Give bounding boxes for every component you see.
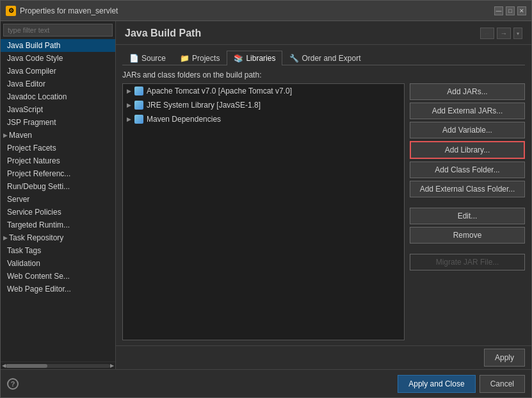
scroll-right-icon[interactable]: ▶ (110, 363, 114, 369)
tab-label: Source (141, 54, 166, 63)
properties-window: ⚙ Properties for maven_servlet — □ ✕ Jav… (0, 0, 532, 398)
sidebar-label: Run/Debug Setti... (7, 182, 70, 191)
sidebar-label: Javadoc Location (7, 92, 67, 101)
sidebar-label: JSP Fragment (7, 118, 56, 127)
nav-arrows: ← → ▾ (480, 28, 522, 39)
panel-header: Java Build Path ← → ▾ (116, 21, 531, 45)
hscroll-track[interactable] (6, 364, 110, 368)
tab-order-export[interactable]: 🔧 Order and Export (282, 51, 367, 65)
panel-title: Java Build Path (125, 28, 201, 39)
add-external-jars-button[interactable]: Add External JARs... (410, 103, 525, 119)
libraries-panel: ▶ Apache Tomcat v7.0 [Apache Tomcat v7.0… (122, 83, 405, 340)
tabs-bar: 📄 Source 📁 Projects 📚 Libraries 🔧 Order … (122, 50, 525, 65)
sidebar-item-java-editor[interactable]: Java Editor (1, 78, 115, 90)
sidebar-item-validation[interactable]: Validation (1, 257, 115, 270)
window-icon: ⚙ (6, 6, 16, 16)
titlebar: ⚙ Properties for maven_servlet — □ ✕ (1, 1, 531, 21)
sidebar-item-maven[interactable]: ▶ Maven (1, 129, 115, 142)
apply-close-button[interactable]: Apply and Close (398, 375, 475, 393)
add-external-class-folder-button[interactable]: Add External Class Folder... (410, 181, 525, 197)
lib-item-label: Maven Dependencies (147, 115, 221, 124)
lib-item-label: Apache Tomcat v7.0 [Apache Tomcat v7.0] (147, 87, 292, 95)
sidebar-label: Server (7, 195, 29, 204)
jar-icon (134, 86, 144, 96)
sidebar-item-java-compiler[interactable]: Java Compiler (1, 65, 115, 78)
sidebar-item-jsp-fragment[interactable]: JSP Fragment (1, 116, 115, 129)
sidebar: Java Build Path Java Code Style Java Com… (1, 21, 116, 369)
projects-tab-icon: 📁 (180, 54, 189, 63)
sidebar-item-service-policies[interactable]: Service Policies (1, 206, 115, 219)
maximize-button[interactable]: □ (506, 6, 515, 15)
cancel-button[interactable]: Cancel (480, 375, 525, 393)
lib-item-maven-deps[interactable]: ▶ Maven Dependencies (123, 112, 404, 126)
tab-label: Projects (192, 54, 220, 63)
libraries-tab-icon: 📚 (234, 54, 243, 63)
sidebar-list: Java Build Path Java Code Style Java Com… (1, 39, 115, 361)
apply-button[interactable]: Apply (484, 349, 525, 367)
tab-libraries[interactable]: 📚 Libraries (227, 51, 282, 65)
button-spacer (410, 246, 525, 251)
jar-badge (134, 87, 143, 95)
library-list[interactable]: ▶ Apache Tomcat v7.0 [Apache Tomcat v7.0… (122, 83, 405, 340)
lib-item-jre[interactable]: ▶ JRE System Library [JavaSE-1.8] (123, 98, 404, 112)
sidebar-item-project-references[interactable]: Project Referenc... (1, 167, 115, 180)
sidebar-label: Task Repository (9, 233, 63, 242)
add-class-folder-button[interactable]: Add Class Folder... (410, 162, 525, 178)
back-button[interactable]: ← (480, 28, 494, 39)
tab-projects[interactable]: 📁 Projects (173, 51, 227, 65)
sidebar-label: JavaScript (7, 105, 43, 114)
sidebar-label: Java Compiler (7, 67, 56, 76)
add-jars-button[interactable]: Add JARs... (410, 83, 525, 100)
tab-source[interactable]: 📄 Source (122, 51, 173, 65)
sidebar-item-project-facets[interactable]: Project Facets (1, 142, 115, 154)
help-button[interactable]: ? (7, 378, 19, 390)
sidebar-item-server[interactable]: Server (1, 193, 115, 206)
sidebar-item-javadoc-location[interactable]: Javadoc Location (1, 90, 115, 103)
expand-arrow-icon: ▶ (127, 102, 131, 108)
sidebar-item-web-content[interactable]: Web Content Se... (1, 270, 115, 283)
sidebar-item-java-build-path[interactable]: Java Build Path (1, 39, 115, 52)
minimize-button[interactable]: — (494, 6, 503, 15)
expand-arrow-icon: ▶ (3, 132, 8, 138)
content-area: ▶ Apache Tomcat v7.0 [Apache Tomcat v7.0… (122, 83, 525, 340)
nav-dropdown-button[interactable]: ▾ (513, 28, 522, 39)
sidebar-label: Web Content Se... (7, 272, 70, 281)
tab-label: Order and Export (302, 54, 360, 63)
sidebar-item-task-repository[interactable]: ▶ Task Repository (1, 231, 115, 244)
expand-arrow-icon: ▶ (3, 235, 8, 241)
remove-button[interactable]: Remove (410, 227, 525, 244)
jar-icon (134, 114, 144, 124)
sidebar-item-project-natures[interactable]: Project Natures (1, 154, 115, 167)
edit-button[interactable]: Edit... (410, 208, 525, 224)
migrate-jar-button[interactable]: Migrate JAR File... (410, 254, 525, 270)
sidebar-label: Java Build Path (7, 41, 60, 50)
hscroll-thumb[interactable] (6, 364, 47, 368)
lib-item-apache-tomcat[interactable]: ▶ Apache Tomcat v7.0 [Apache Tomcat v7.0… (123, 84, 404, 98)
add-library-button[interactable]: Add Library... (410, 141, 525, 159)
sidebar-item-targeted-runtimes[interactable]: Targeted Runtim... (1, 219, 115, 231)
sidebar-scrollbar-bottom: ◀ ▶ (1, 361, 115, 369)
sidebar-item-task-tags[interactable]: Task Tags (1, 244, 115, 257)
sidebar-label: Java Code Style (7, 54, 63, 63)
lib-item-label: JRE System Library [JavaSE-1.8] (147, 101, 261, 110)
sidebar-label: Maven (9, 131, 32, 140)
order-export-tab-icon: 🔧 (289, 54, 299, 63)
button-spacer (410, 200, 525, 205)
right-panel: Java Build Path ← → ▾ 📄 Source 📁 (116, 21, 531, 369)
sidebar-item-web-page-editor[interactable]: Web Page Editor... (1, 283, 115, 295)
sidebar-item-java-code-style[interactable]: Java Code Style (1, 52, 115, 65)
filter-input[interactable] (3, 24, 113, 37)
sidebar-label: Project Facets (7, 144, 56, 153)
sidebar-label: Validation (7, 259, 40, 268)
close-button[interactable]: ✕ (517, 6, 526, 15)
sidebar-item-javascript[interactable]: JavaScript (1, 103, 115, 116)
forward-button[interactable]: → (497, 28, 511, 39)
tab-label: Libraries (246, 54, 275, 63)
bottom-bar: ? Apply and Close Cancel (1, 369, 531, 397)
expand-arrow-icon: ▶ (127, 88, 131, 94)
jar-badge (134, 101, 143, 110)
sidebar-item-run-debug[interactable]: Run/Debug Setti... (1, 180, 115, 193)
add-variable-button[interactable]: Add Variable... (410, 122, 525, 138)
main-content: Java Build Path Java Code Style Java Com… (1, 21, 531, 369)
bottom-left: ? (7, 378, 394, 390)
